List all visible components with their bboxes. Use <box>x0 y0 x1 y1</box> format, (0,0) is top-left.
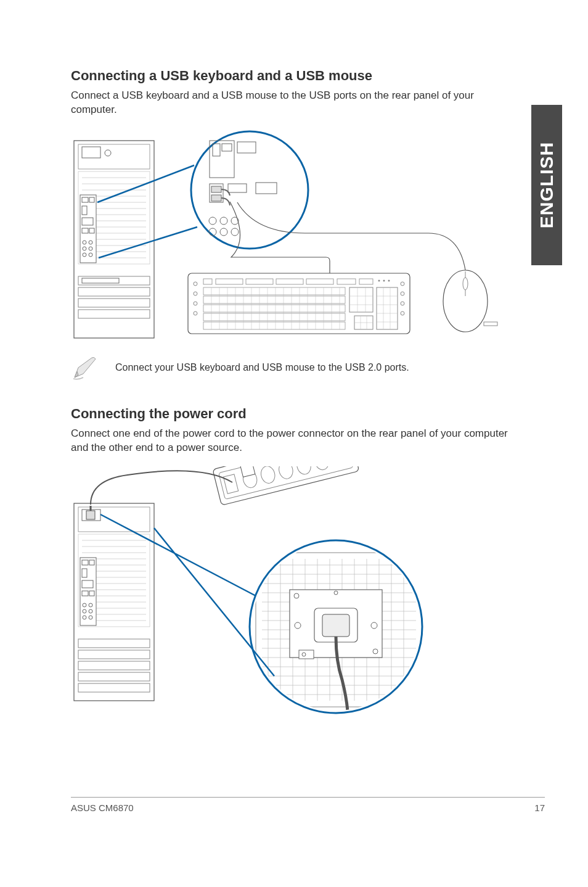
language-tab: ENGLISH <box>531 105 562 265</box>
svg-point-63 <box>378 279 380 281</box>
language-tab-label: ENGLISH <box>536 142 557 228</box>
svg-point-65 <box>388 279 390 281</box>
svg-rect-30 <box>211 195 221 201</box>
section2-heading: Connecting the power cord <box>71 406 518 422</box>
note-row: Connect your USB keyboard and USB mouse … <box>71 354 518 381</box>
svg-rect-68 <box>484 322 497 326</box>
svg-point-23 <box>191 131 308 249</box>
power-strip-illustration <box>210 466 359 505</box>
usb-keyboard-mouse-diagram <box>71 128 518 344</box>
footer-page-number: 17 <box>534 802 545 813</box>
page-content: Connecting a USB keyboard and a USB mous… <box>71 68 518 748</box>
note-text: Connect your USB keyboard and USB mouse … <box>115 362 409 373</box>
section1-body: Connect a USB keyboard and a USB mouse t… <box>71 89 518 117</box>
pencil-note-icon <box>71 354 98 381</box>
section1-heading: Connecting a USB keyboard and a USB mous… <box>71 68 518 84</box>
svg-rect-29 <box>211 186 221 192</box>
svg-point-67 <box>463 278 468 290</box>
power-cord-diagram <box>71 466 518 738</box>
svg-rect-72 <box>86 511 95 519</box>
svg-rect-110 <box>322 614 349 637</box>
svg-rect-111 <box>299 650 314 659</box>
svg-rect-92 <box>213 466 359 505</box>
computer-tower-illustration-2 <box>74 503 154 701</box>
section2-body: Connect one end of the power cord to the… <box>71 427 518 455</box>
svg-point-64 <box>383 279 385 281</box>
computer-tower-illustration <box>74 141 154 338</box>
footer-model: ASUS CM6870 <box>71 802 134 813</box>
page-footer: ASUS CM6870 17 <box>71 797 545 813</box>
